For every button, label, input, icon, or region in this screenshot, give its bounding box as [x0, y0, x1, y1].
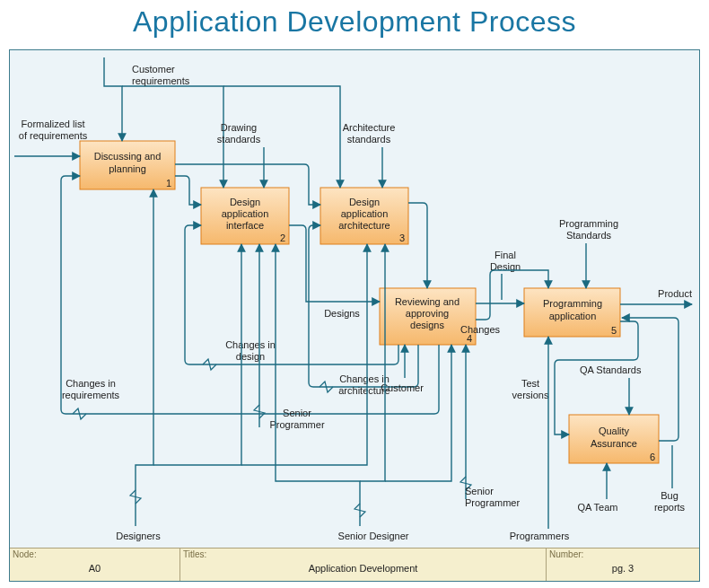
- svg-text:5: 5: [611, 325, 617, 336]
- box-discussing-planning: Discussing andplanning 1: [80, 141, 175, 189]
- svg-text:SeniorProgrammer: SeniorProgrammer: [269, 408, 324, 430]
- footer-titles: Titles: Application Development: [180, 549, 547, 581]
- footer-number: Number: pg. 3: [547, 549, 699, 581]
- arrow-cust-req-b1: [104, 57, 122, 141]
- svg-text:Designers: Designers: [116, 531, 161, 541]
- svg-text:Changes: Changes: [460, 324, 501, 335]
- svg-text:2: 2: [280, 233, 285, 243]
- svg-text:Customerrequirements: Customerrequirements: [132, 64, 190, 86]
- arrow-b1-b2: [175, 176, 201, 205]
- svg-text:Customer: Customer: [381, 382, 424, 393]
- svg-text:Senior Designer: Senior Designer: [338, 531, 409, 541]
- arrow-designers-b1: [136, 189, 153, 526]
- svg-text:Product: Product: [658, 288, 692, 299]
- svg-text:ProgrammingStandards: ProgrammingStandards: [559, 218, 618, 241]
- arrow-designers-b2: [153, 244, 241, 465]
- svg-text:Architecturestandards: Architecturestandards: [343, 122, 396, 145]
- box-programming: Programmingapplication 5: [524, 288, 620, 337]
- page-title: Application Development Process: [0, 0, 709, 39]
- svg-text:6: 6: [650, 452, 655, 462]
- svg-text:Bugreports: Bugreports: [654, 490, 686, 513]
- box-review-approve: Reviewing andapprovingdesigns 4: [380, 288, 476, 345]
- svg-text:Changes indesign: Changes indesign: [225, 339, 276, 362]
- box-design-interface: Designapplicationinterface 2: [201, 188, 289, 244]
- svg-text:SeniorProgrammer: SeniorProgrammer: [465, 486, 520, 508]
- svg-text:Drawingstandards: Drawingstandards: [217, 122, 261, 145]
- idef0-svg: Discussing andplanning 1 Designapplicati…: [10, 50, 699, 549]
- box-qa: QualityAssurance 6: [569, 415, 659, 463]
- svg-text:Formalized listof requirements: Formalized listof requirements: [19, 118, 88, 141]
- diagram-canvas: Discussing andplanning 1 Designapplicati…: [9, 49, 700, 582]
- arrow-b3-b4: [408, 203, 427, 288]
- svg-text:Testversions: Testversions: [512, 378, 549, 400]
- svg-text:Designs: Designs: [324, 308, 360, 319]
- svg-text:Programmers: Programmers: [510, 531, 570, 541]
- box-design-architecture: Designapplicationarchitecture 3: [320, 188, 408, 244]
- footer-node: Node: A0: [10, 549, 180, 581]
- svg-text:QA Team: QA Team: [577, 502, 617, 513]
- svg-text:3: 3: [399, 233, 405, 243]
- svg-text:1: 1: [166, 178, 171, 189]
- footer-row: Node: A0 Titles: Application Development…: [10, 548, 699, 581]
- arrow-sr-des-b3: [360, 244, 385, 481]
- svg-text:FinalDesign: FinalDesign: [490, 250, 521, 272]
- svg-text:QA Standards: QA Standards: [580, 364, 642, 375]
- svg-text:Changes inrequirements: Changes inrequirements: [62, 378, 120, 400]
